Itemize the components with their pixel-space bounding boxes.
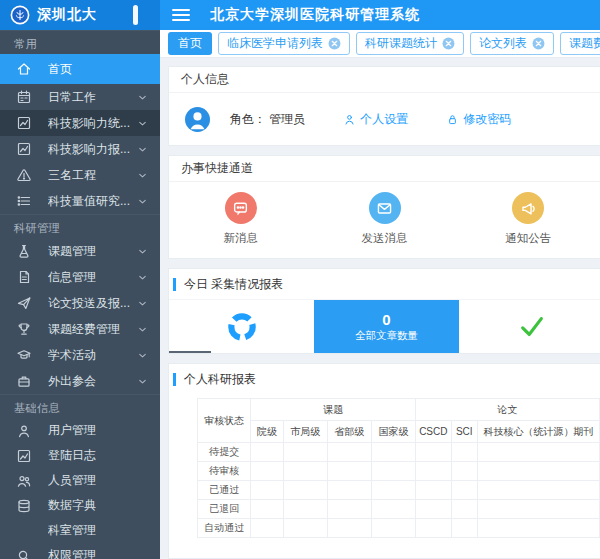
tab-2[interactable]: 科研课题统计 <box>356 32 464 55</box>
sidebar-item-alert[interactable]: 三名工程 <box>0 162 160 188</box>
report-card-title-text: 个人科研报表 <box>184 371 256 388</box>
table-cell <box>451 519 477 538</box>
home-icon <box>16 61 32 77</box>
table-cell <box>251 462 283 481</box>
tab-1[interactable]: 临床医学申请列表 <box>218 32 350 55</box>
sidebar-item-label: 课题管理 <box>48 243 137 260</box>
user-icon <box>16 423 32 439</box>
table-cell <box>327 519 371 538</box>
today-card-title: 今日 采集情况报表 <box>169 269 600 299</box>
chevron-down-icon <box>137 118 148 129</box>
grad-cap-icon <box>16 347 32 363</box>
chart-box-icon <box>16 141 32 157</box>
report-card-title: 个人科研报表 <box>169 364 600 394</box>
sidebar-item-document[interactable]: 信息管理 <box>0 264 160 290</box>
chevron-down-icon <box>137 196 148 207</box>
carousel-tile-done[interactable] <box>459 300 600 353</box>
sidebar-item-label: 学术活动 <box>48 347 137 364</box>
table-cell <box>283 443 327 462</box>
sidebar-item-label: 科室管理 <box>48 522 148 539</box>
carousel-tile-stat[interactable]: 0全部文章数量 <box>314 300 459 353</box>
profile-link-lock[interactable]: 修改密码 <box>446 111 511 128</box>
quick-card: 办事快捷通道 新消息发送消息通知公告 <box>168 155 600 259</box>
sidebar-item-list[interactable]: 科技量值研究... <box>0 188 160 214</box>
quick-action-megaphone[interactable]: 通知公告 <box>456 192 600 246</box>
quick-card-body: 新消息发送消息通知公告 <box>169 182 600 258</box>
lock-icon <box>446 113 459 126</box>
close-icon[interactable] <box>532 37 545 50</box>
table-cell <box>416 443 452 462</box>
table-cell <box>327 443 371 462</box>
table-col-header: SCI <box>451 421 477 443</box>
sidebar-item-label: 科技影响力报... <box>48 141 137 158</box>
chat-icon <box>225 192 257 224</box>
sidebar-item-database[interactable]: 数据字典 <box>0 493 160 518</box>
sidebar-item-grad-cap[interactable]: 学术活动 <box>0 342 160 368</box>
alert-icon <box>16 167 32 183</box>
chevron-down-icon <box>137 246 148 257</box>
sidebar-item-label: 科技量值研究... <box>48 193 137 210</box>
tab-3[interactable]: 论文列表 <box>470 32 554 55</box>
top-bar: 北京大学深圳医院科研管理系统 <box>160 0 600 30</box>
main-area: 首页 临床医学申请列表科研课题统计论文列表课题费用报表用户列表 个人信息 角色：… <box>160 30 600 559</box>
calendar-icon <box>16 89 32 105</box>
sidebar-item-briefcase[interactable]: 外出参会 <box>0 368 160 394</box>
sidebar-item-log-chart[interactable]: 登陆日志 <box>0 443 160 468</box>
chevron-down-icon <box>137 144 148 155</box>
chevron-down-icon <box>137 376 148 387</box>
sidebar-item-calendar[interactable]: 日常工作 <box>0 84 160 110</box>
megaphone-icon <box>512 192 544 224</box>
table-cell <box>371 462 415 481</box>
close-icon[interactable] <box>442 37 455 50</box>
today-card-title-text: 今日 采集情况报表 <box>184 276 283 293</box>
table-group-header: 论文 <box>416 399 600 421</box>
report-card: 个人科研报表 审核状态课题论文院级市局级省部级国家级CSCDSCI科技核心（统计… <box>168 363 600 559</box>
sidebar-item-trophy[interactable]: 课题经费管理 <box>0 316 160 342</box>
report-table-wrap: 审核状态课题论文院级市局级省部级国家级CSCDSCI科技核心（统计源）期刊待提交… <box>197 398 600 538</box>
sidebar-item-none[interactable]: 科室管理 <box>0 518 160 543</box>
user-icon <box>343 113 356 126</box>
today-card: 今日 采集情况报表 0全部文章数量 <box>168 268 600 354</box>
profile-link-label: 修改密码 <box>463 111 511 128</box>
sidebar-item-user[interactable]: 用户管理 <box>0 418 160 443</box>
quick-action-mail[interactable]: 发送消息 <box>313 192 457 246</box>
chevron-down-icon <box>137 92 148 103</box>
sidebar-item-people[interactable]: 人员管理 <box>0 468 160 493</box>
profile-link-user[interactable]: 个人设置 <box>343 111 408 128</box>
table-cell <box>327 500 371 519</box>
carousel-tile-loading[interactable] <box>169 300 314 353</box>
table-col-header: 科技核心（统计源）期刊 <box>478 421 600 443</box>
sidebar-scrollbar[interactable] <box>133 5 138 25</box>
sidebar-item-chart-box[interactable]: 科技影响力统... <box>0 110 160 136</box>
tab-label: 论文列表 <box>479 35 527 52</box>
sidebar-item-paper-plane[interactable]: 论文投送及报... <box>0 290 160 316</box>
sidebar-item-label: 信息管理 <box>48 269 137 286</box>
log-chart-icon <box>16 448 32 464</box>
sidebar-item-label: 人员管理 <box>48 472 148 489</box>
table-cell <box>451 481 477 500</box>
tab-4[interactable]: 课题费用报表 <box>560 32 600 55</box>
table-cell <box>283 519 327 538</box>
table-cell <box>451 462 477 481</box>
app-title: 北京大学深圳医院科研管理系统 <box>210 6 420 24</box>
table-col-header: CSCD <box>416 421 452 443</box>
sidebar-item-magnifier[interactable]: 权限管理 <box>0 543 160 559</box>
sidebar-section-label: 常用 <box>0 30 160 54</box>
table-col-header: 省部级 <box>327 421 371 443</box>
row-status-label: 待审核 <box>198 462 251 481</box>
chevron-down-icon <box>137 350 148 361</box>
sidebar-item-chart-box[interactable]: 科技影响力报... <box>0 136 160 162</box>
sidebar-item-flask[interactable]: 课题管理 <box>0 238 160 264</box>
hamburger-icon[interactable] <box>172 9 190 21</box>
sidebar-item-label: 登陆日志 <box>48 447 148 464</box>
table-row: 已退回 <box>198 500 600 519</box>
sidebar-section-label: 科研管理 <box>0 214 160 238</box>
carousel-scrollbar[interactable] <box>169 351 211 353</box>
table-cell <box>327 481 371 500</box>
tab-home[interactable]: 首页 <box>168 32 212 55</box>
quick-action-chat[interactable]: 新消息 <box>169 192 313 246</box>
close-icon[interactable] <box>328 37 341 50</box>
sidebar-item-home[interactable]: 首页 <box>0 54 160 84</box>
table-col-header: 国家级 <box>371 421 415 443</box>
table-row: 自动通过 <box>198 519 600 538</box>
